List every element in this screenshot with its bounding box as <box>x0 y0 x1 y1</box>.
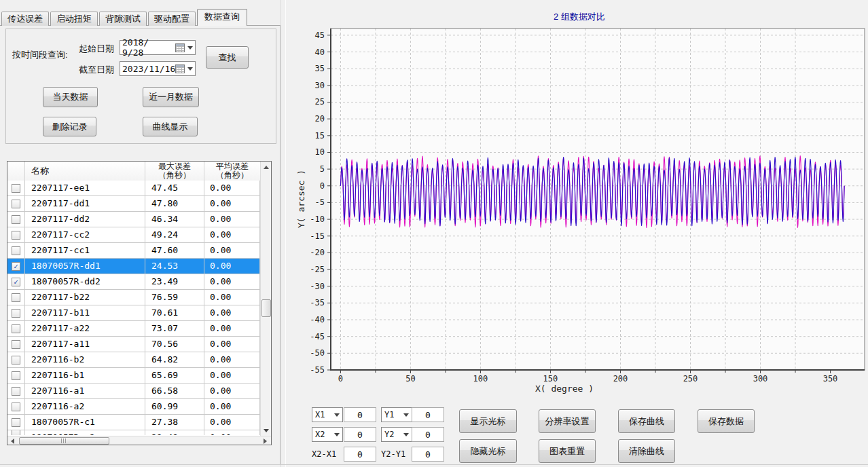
row-checkbox[interactable] <box>12 184 20 193</box>
curve-display-button[interactable]: 曲线显示 <box>143 117 198 136</box>
scroll-right-button[interactable] <box>261 437 270 445</box>
row-checkbox[interactable] <box>12 356 20 365</box>
row-checkbox[interactable] <box>12 387 20 396</box>
tab-drive-config[interactable]: 驱动配置 <box>148 12 196 26</box>
delete-record-button[interactable]: 删除记录 <box>43 117 96 136</box>
row-checkbox-cell <box>7 227 25 242</box>
scroll-right-icon <box>264 438 267 444</box>
row-name: 2207116-a1 <box>25 384 145 398</box>
row-checkbox-cell <box>7 430 25 435</box>
tab-data-query[interactable]: 数据查询 <box>197 9 247 26</box>
svg-text:0: 0 <box>338 374 343 384</box>
scroll-down-button[interactable] <box>261 426 271 435</box>
dropdown-arrow-icon <box>403 433 409 436</box>
row-checkbox[interactable]: ✓ <box>12 262 20 271</box>
row-checkbox[interactable] <box>12 430 20 435</box>
end-date-value: 2023/11/16 <box>122 64 175 74</box>
end-date-picker[interactable]: 2023/11/16 <box>120 61 196 76</box>
svg-text:250: 250 <box>683 374 698 384</box>
row-checkbox[interactable] <box>12 231 20 240</box>
show-cursor-button[interactable]: 显示光标 <box>459 409 517 433</box>
tab-transmission-error[interactable]: 传达误差 <box>1 12 49 26</box>
tab-start-torque[interactable]: 启动扭矩 <box>50 12 98 26</box>
svg-text:-30: -30 <box>310 282 325 291</box>
horizontal-scroll-thumb[interactable] <box>19 437 109 445</box>
table-row[interactable]: ✓18070057R-dd223.490.00 <box>7 274 260 290</box>
table-row[interactable]: 2207116-b165.690.00 <box>7 368 260 384</box>
row-checkbox[interactable] <box>12 418 20 427</box>
table-row[interactable]: 2207117-a2273.070.00 <box>7 321 260 337</box>
table-row[interactable]: 2207117-dd147.800.00 <box>7 196 260 212</box>
row-checkbox[interactable] <box>12 371 20 380</box>
save-curve-button[interactable]: 保存曲线 <box>618 409 675 433</box>
table-row[interactable]: 2207117-b2276.590.00 <box>7 290 260 305</box>
cursor-y1-select[interactable]: Y1 <box>381 407 412 422</box>
table-row[interactable]: 18070057R-c228.480.00 <box>7 430 260 435</box>
results-table: 名称 最大误差 （角秒） 平均误差 （角秒） 2207117-ee147.450… <box>7 161 272 445</box>
row-checkbox[interactable] <box>12 246 20 255</box>
svg-text:-50: -50 <box>310 348 325 358</box>
row-checkbox[interactable] <box>12 293 20 302</box>
row-avg-error: 0.00 <box>204 290 260 305</box>
row-checkbox[interactable] <box>12 309 20 318</box>
table-row[interactable]: ✓18070057R-dd124.530.00 <box>7 259 260 274</box>
window-bottom-edge <box>0 464 868 465</box>
table-row[interactable]: 2207117-dd246.340.00 <box>7 212 260 227</box>
start-date-picker[interactable]: 2018/ 9/28 <box>120 40 196 55</box>
table-row[interactable]: 2207117-cc147.600.00 <box>7 243 260 259</box>
row-max-error: 49.24 <box>145 227 204 242</box>
svg-text:-15: -15 <box>310 231 325 241</box>
row-name: 18070057R-dd2 <box>25 274 145 289</box>
row-checkbox[interactable] <box>12 403 20 411</box>
row-checkbox-cell <box>7 181 25 195</box>
table-row[interactable]: 2207116-a166.580.00 <box>7 384 260 399</box>
row-checkbox[interactable]: ✓ <box>12 278 20 286</box>
svg-text:-5: -5 <box>315 198 325 207</box>
table-row[interactable]: 2207117-b1170.610.00 <box>7 305 260 321</box>
row-avg-error: 0.00 <box>204 368 260 383</box>
cursor-x1-select[interactable]: X1 <box>312 407 343 422</box>
clear-curve-button[interactable]: 清除曲线 <box>618 439 675 463</box>
row-checkbox[interactable] <box>12 324 20 333</box>
end-date-label: 截至日期 <box>79 64 114 76</box>
vertical-scroll-thumb[interactable] <box>261 299 271 317</box>
table-row[interactable]: 18070057R-c127.380.00 <box>7 415 260 430</box>
row-checkbox-cell <box>7 212 25 227</box>
resolution-settings-button[interactable]: 分辨率设置 <box>539 409 596 433</box>
row-checkbox[interactable] <box>12 200 20 208</box>
row-avg-error: 0.00 <box>204 415 260 430</box>
horizontal-scrollbar[interactable] <box>7 436 271 445</box>
svg-text:5: 5 <box>320 164 325 174</box>
svg-text:-10: -10 <box>310 214 325 224</box>
dropdown-arrow-icon[interactable] <box>187 67 193 71</box>
tab-backlash-test[interactable]: 背隙测试 <box>99 12 147 26</box>
row-name: 2207116-a2 <box>25 399 145 414</box>
table-row[interactable]: 2207117-a1170.560.00 <box>7 337 260 352</box>
hide-cursor-button[interactable]: 隐藏光标 <box>459 439 517 463</box>
cursor-y2-select[interactable]: Y2 <box>381 427 412 442</box>
header-name: 名称 <box>25 162 145 181</box>
row-checkbox-cell <box>7 305 25 320</box>
table-row[interactable]: 2207117-cc249.240.00 <box>7 227 260 243</box>
today-data-button[interactable]: 当天数据 <box>43 87 98 107</box>
cursor-x2-select[interactable]: X2 <box>312 427 343 442</box>
chart-reset-button[interactable]: 图表重置 <box>539 439 596 463</box>
recent-month-data-button[interactable]: 近一月数据 <box>143 87 199 107</box>
start-date-label: 起始日期 <box>79 43 114 55</box>
search-button[interactable]: 查找 <box>206 46 249 69</box>
svg-text:25: 25 <box>315 97 325 107</box>
table-row[interactable]: 2207117-ee147.450.00 <box>7 181 260 196</box>
row-name: 18070057R-c2 <box>25 430 145 435</box>
table-row[interactable]: 2207116-a260.990.00 <box>7 399 260 415</box>
row-checkbox-cell <box>7 321 25 336</box>
row-checkbox[interactable] <box>12 340 20 349</box>
table-row[interactable]: 2207116-b264.820.00 <box>7 352 260 368</box>
tab-bar: 传达误差启动扭矩背隙测试驱动配置数据查询 <box>1 9 249 26</box>
row-checkbox[interactable] <box>12 215 20 224</box>
dropdown-arrow-icon[interactable] <box>187 46 193 50</box>
scroll-up-button[interactable] <box>261 162 271 172</box>
save-data-button[interactable]: 保存数据 <box>698 409 755 433</box>
scroll-left-button[interactable] <box>8 437 17 445</box>
vertical-scrollbar[interactable] <box>260 162 271 436</box>
cursor-x2-value: 0 <box>344 427 376 442</box>
